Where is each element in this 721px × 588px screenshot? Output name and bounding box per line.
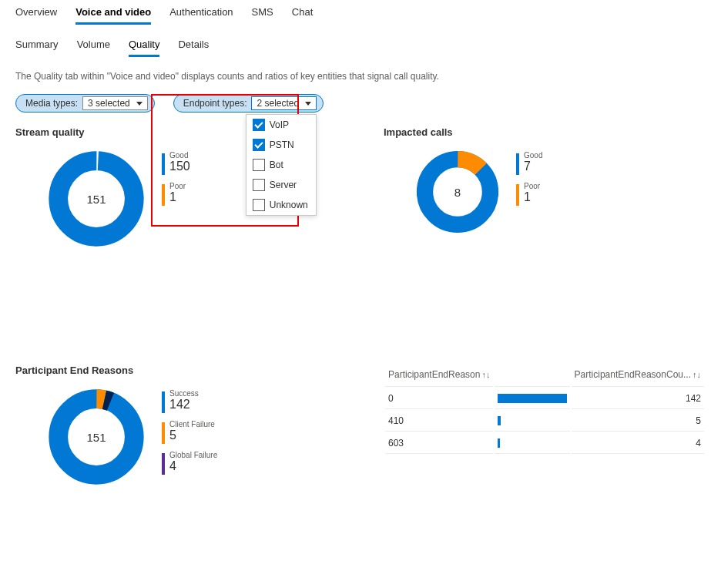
legend-value: 4 bbox=[169, 459, 217, 473]
endpoint-option-server[interactable]: Server bbox=[246, 175, 316, 195]
option-label: Unknown bbox=[270, 200, 308, 210]
legend-color-bar bbox=[162, 153, 165, 175]
legend-label: Poor bbox=[524, 183, 540, 190]
option-label: Bot bbox=[270, 160, 283, 170]
bar-icon bbox=[498, 394, 566, 403]
legend-color-bar bbox=[162, 422, 165, 444]
endpoint-dropdown: VoIP PSTN Bot Server Unknown bbox=[246, 114, 317, 216]
checkbox-icon bbox=[253, 139, 265, 151]
sort-icon: ↑↓ bbox=[481, 370, 490, 379]
tab-overview[interactable]: Overview bbox=[15, 6, 57, 25]
subtab-volume[interactable]: Volume bbox=[77, 39, 110, 57]
legend-color-bar bbox=[162, 391, 165, 413]
chevron-down-icon bbox=[305, 102, 311, 106]
legend-label: Global Failure bbox=[169, 452, 217, 459]
legend-color-bar bbox=[516, 184, 519, 206]
column-header-bar bbox=[495, 366, 569, 387]
tab-description: The Quality tab within "Voice and video"… bbox=[15, 71, 706, 82]
legend-value: 1 bbox=[169, 190, 186, 204]
option-label: Server bbox=[270, 180, 297, 190]
subtab-summary[interactable]: Summary bbox=[15, 39, 59, 57]
filter-endpoint-select[interactable]: 2 selected bbox=[251, 96, 317, 110]
legend-value: 150 bbox=[169, 160, 190, 173]
cell-reason: 603 bbox=[385, 433, 493, 454]
checkbox-icon bbox=[253, 119, 265, 131]
cell-count: 5 bbox=[572, 411, 704, 432]
legend-value: 7 bbox=[524, 160, 542, 173]
option-label: VoIP bbox=[270, 119, 289, 130]
legend-label: Good bbox=[169, 152, 190, 160]
end-reasons-table: ParticipantEndReason↑↓ ParticipantEndRea… bbox=[384, 365, 706, 455]
chart-total: 151 bbox=[86, 431, 106, 444]
legend-value: 1 bbox=[524, 190, 540, 204]
table-row[interactable]: 0 142 bbox=[385, 388, 704, 409]
subtab-details[interactable]: Details bbox=[178, 39, 209, 57]
legend: Good 150 Poor 1 bbox=[162, 152, 190, 206]
tab-sms[interactable]: SMS bbox=[252, 6, 273, 25]
tab-chat[interactable]: Chat bbox=[292, 6, 313, 25]
legend-item-client-failure: Client Failure 5 bbox=[162, 421, 217, 444]
cell-count: 142 bbox=[572, 388, 704, 409]
filter-media-select[interactable]: 3 selected bbox=[82, 96, 148, 110]
column-header-count[interactable]: ParticipantEndReasonCou...↑↓ bbox=[572, 366, 704, 387]
legend-item-poor: Poor 1 bbox=[516, 183, 542, 206]
filter-endpoint-label: Endpoint types: bbox=[183, 98, 247, 109]
legend-item-global-failure: Global Failure 4 bbox=[162, 452, 217, 475]
endpoint-option-pstn[interactable]: PSTN bbox=[246, 135, 316, 155]
endpoint-option-unknown[interactable]: Unknown bbox=[246, 195, 316, 215]
legend-item-good: Good 150 bbox=[162, 152, 190, 175]
chart-total: 151 bbox=[86, 193, 106, 206]
legend-value: 5 bbox=[169, 428, 215, 442]
panel-title: Impacted calls bbox=[384, 126, 706, 138]
panel-end-reasons-table: ParticipantEndReason↑↓ ParticipantEndRea… bbox=[384, 365, 706, 487]
filter-media-value: 3 selected bbox=[88, 98, 130, 109]
panel-title: Participant End Reasons bbox=[15, 365, 337, 376]
legend-color-bar bbox=[162, 453, 165, 475]
column-header-reason[interactable]: ParticipantEndReason↑↓ bbox=[385, 366, 493, 387]
legend-label: Good bbox=[524, 152, 542, 160]
filter-media-types: Media types: 3 selected bbox=[15, 94, 155, 113]
table-row[interactable]: 410 5 bbox=[385, 411, 704, 432]
legend-item-good: Good 7 bbox=[516, 152, 542, 175]
panel-impacted-calls: Impacted calls 8 Good 7 bbox=[384, 126, 706, 249]
legend-label: Success bbox=[169, 390, 199, 398]
chevron-down-icon bbox=[136, 102, 143, 106]
checkbox-icon bbox=[253, 199, 265, 211]
tab-voice-video[interactable]: Voice and video bbox=[75, 6, 151, 25]
endpoint-option-bot[interactable]: Bot bbox=[246, 155, 316, 175]
legend-color-bar bbox=[162, 184, 165, 206]
subtab-quality[interactable]: Quality bbox=[129, 39, 159, 57]
checkbox-icon bbox=[253, 159, 265, 171]
checkbox-icon bbox=[253, 179, 265, 191]
legend: Success 142 Client Failure 5 Global Fail… bbox=[162, 390, 217, 475]
chart-total: 8 bbox=[454, 186, 461, 199]
table-row[interactable]: 603 4 bbox=[385, 433, 704, 454]
legend-item-poor: Poor 1 bbox=[162, 183, 190, 206]
stream-quality-chart[interactable]: 151 bbox=[46, 149, 146, 249]
legend-color-bar bbox=[516, 153, 519, 175]
cell-count: 4 bbox=[572, 433, 704, 454]
cell-reason: 410 bbox=[385, 411, 493, 432]
legend: Good 7 Poor 1 bbox=[516, 152, 542, 206]
legend-value: 142 bbox=[169, 398, 199, 412]
legend-label: Client Failure bbox=[169, 421, 215, 428]
filter-endpoint-value: 2 selected bbox=[257, 98, 299, 109]
sort-icon: ↑↓ bbox=[692, 370, 701, 379]
bar-icon bbox=[498, 438, 499, 448]
sub-tabs: Summary Volume Quality Details bbox=[15, 39, 706, 57]
legend-item-success: Success 142 bbox=[162, 390, 217, 413]
filter-media-label: Media types: bbox=[25, 98, 78, 109]
filter-endpoint-types: Endpoint types: 2 selected bbox=[173, 94, 324, 113]
endpoint-option-voip[interactable]: VoIP bbox=[246, 115, 316, 135]
bar-icon bbox=[498, 416, 500, 425]
tab-authentication[interactable]: Authentication bbox=[169, 6, 233, 25]
end-reasons-chart[interactable]: 151 bbox=[46, 387, 146, 487]
option-label: PSTN bbox=[270, 139, 294, 150]
panel-end-reasons: Participant End Reasons 151 Success 142 bbox=[15, 365, 337, 487]
filter-row: Media types: 3 selected Endpoint types: … bbox=[15, 94, 706, 113]
cell-reason: 0 bbox=[385, 388, 493, 409]
legend-label: Poor bbox=[169, 183, 186, 190]
impacted-calls-chart[interactable]: 8 bbox=[414, 149, 501, 235]
top-tabs: Overview Voice and video Authentication … bbox=[15, 6, 706, 25]
